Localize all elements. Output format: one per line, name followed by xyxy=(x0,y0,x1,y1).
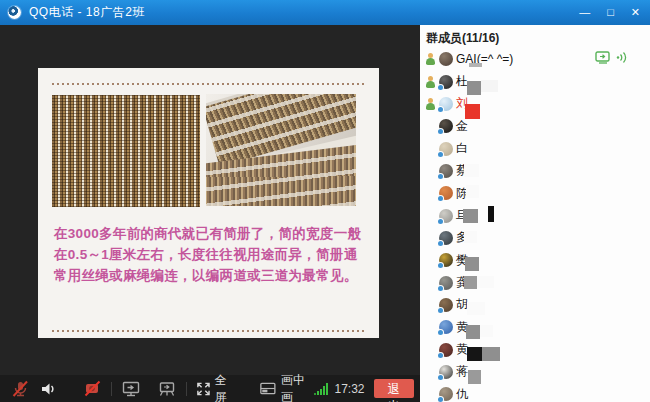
member-row[interactable]: 蔡 xyxy=(420,160,650,182)
member-row[interactable]: 金 xyxy=(420,115,650,137)
redaction-box xyxy=(468,370,481,384)
mobile-badge-icon xyxy=(438,241,443,246)
slide-divider-bottom xyxy=(52,330,367,332)
mobile-badge-icon xyxy=(438,286,443,291)
redaction-box xyxy=(482,347,500,361)
bamboo-book-photo xyxy=(206,94,356,206)
call-toolbar: 全屏 画中画 17:32 退出 xyxy=(0,375,420,402)
member-list: GAI(=^ ^=)杜刘金白蔡陈旦多樊龚胡黄黄蒋仇 xyxy=(420,48,650,402)
voice-active-icon xyxy=(424,75,437,89)
member-row[interactable]: 胡 xyxy=(420,294,650,316)
member-avatar xyxy=(439,97,453,111)
fullscreen-button[interactable]: 全屏 xyxy=(196,372,237,402)
member-row[interactable]: GAI(=^ ^=) xyxy=(420,48,650,70)
member-name: 仇 xyxy=(456,386,468,402)
sharing-indicators xyxy=(595,50,628,68)
mic-muted-icon[interactable] xyxy=(10,379,30,399)
redaction-box xyxy=(467,347,482,361)
member-row[interactable]: 龚 xyxy=(420,271,650,293)
exit-button[interactable]: 退出 xyxy=(374,379,415,398)
member-avatar xyxy=(439,231,453,245)
member-row[interactable]: 杜 xyxy=(420,70,650,92)
member-row[interactable]: 刘 xyxy=(420,93,650,115)
member-name: 白 xyxy=(456,140,468,157)
mobile-badge-icon xyxy=(438,219,443,224)
window-controls: — □ ✕ xyxy=(579,0,640,25)
redaction-box xyxy=(480,325,493,337)
redaction-box xyxy=(465,104,480,119)
titlebar: QQ电话 - 18广告2班 — □ ✕ xyxy=(0,0,650,25)
member-row[interactable]: 白 xyxy=(420,137,650,159)
redaction-box xyxy=(467,302,485,315)
shared-screen-area: 在3000多年前的商代就已有简册了，简的宽度一般在0.5～1厘米左右，长度往往视… xyxy=(0,25,420,402)
member-row[interactable]: 多 xyxy=(420,227,650,249)
redaction-box xyxy=(488,206,494,222)
presentation-slide: 在3000多年前的商代就已有简册了，简的宽度一般在0.5～1厘米左右，长度往往视… xyxy=(38,68,379,338)
member-row[interactable]: 黄 xyxy=(420,316,650,338)
member-row[interactable]: 仇 xyxy=(420,383,650,402)
mobile-badge-icon xyxy=(438,397,443,402)
redaction-box xyxy=(466,325,480,339)
window-title: QQ电话 - 18广告2班 xyxy=(29,4,145,21)
signal-strength-icon xyxy=(314,382,329,395)
redaction-box xyxy=(464,276,477,289)
toolbar-divider xyxy=(186,382,187,396)
mobile-badge-icon xyxy=(438,152,443,157)
member-row[interactable]: 蒋 xyxy=(420,361,650,383)
redaction-box xyxy=(464,164,479,177)
member-name: 金 xyxy=(456,118,468,135)
mobile-badge-icon xyxy=(438,107,443,112)
member-row[interactable]: 黄 xyxy=(420,338,650,360)
redaction-box xyxy=(477,276,494,288)
member-row[interactable]: 樊 xyxy=(420,249,650,271)
fullscreen-label: 全屏 xyxy=(215,372,237,402)
close-button[interactable]: ✕ xyxy=(631,7,640,18)
minimize-button[interactable]: — xyxy=(579,7,590,18)
mobile-badge-icon xyxy=(438,263,443,268)
whiteboard-share-icon[interactable] xyxy=(157,379,177,399)
member-row[interactable]: 旦 xyxy=(420,204,650,226)
speaker-icon[interactable] xyxy=(39,380,57,398)
call-timer: 17:32 xyxy=(334,382,364,396)
mobile-badge-icon xyxy=(438,174,443,179)
mobile-badge-icon xyxy=(438,85,443,90)
screen-share-icon[interactable] xyxy=(121,379,141,399)
member-row[interactable]: 陈 xyxy=(420,182,650,204)
redaction-box xyxy=(465,257,479,271)
member-avatar xyxy=(439,52,453,66)
member-avatar xyxy=(439,75,453,89)
redaction-box xyxy=(481,80,498,92)
screen-sharing-icon xyxy=(595,50,611,68)
mobile-badge-icon xyxy=(438,196,443,201)
member-avatar xyxy=(439,365,453,379)
bamboo-slips-photo xyxy=(52,95,200,207)
member-avatar xyxy=(439,186,453,200)
mobile-badge-icon xyxy=(438,353,443,358)
pip-button[interactable]: 画中画 xyxy=(259,372,314,402)
member-name: GAI(=^ ^=) xyxy=(456,52,513,66)
audio-on-icon xyxy=(616,50,628,68)
redaction-box xyxy=(469,63,482,67)
redaction-box xyxy=(464,231,477,243)
maximize-button[interactable]: □ xyxy=(607,7,614,18)
redaction-box xyxy=(463,209,478,223)
pip-label: 画中画 xyxy=(281,372,315,402)
qq-call-window: QQ电话 - 18广告2班 — □ ✕ 在3000多年前的商代就已有简册了，简的… xyxy=(0,0,650,402)
mobile-badge-icon xyxy=(438,375,443,380)
mobile-badge-icon xyxy=(438,308,443,313)
slide-text: 在3000多年前的商代就已有简册了，简的宽度一般在0.5～1厘米左右，长度往往视… xyxy=(54,223,366,286)
qq-video-call-icon xyxy=(8,6,21,19)
redaction-box xyxy=(467,81,481,95)
redaction-box xyxy=(466,185,479,198)
member-avatar xyxy=(439,387,453,401)
member-avatar xyxy=(439,164,453,178)
voice-active-icon xyxy=(424,97,437,111)
member-avatar xyxy=(439,253,453,267)
member-name: 蒋 xyxy=(456,363,468,380)
voice-active-icon xyxy=(424,52,437,66)
camera-off-icon[interactable] xyxy=(83,379,102,398)
member-avatar xyxy=(439,209,453,223)
member-avatar xyxy=(439,343,453,357)
member-avatar xyxy=(439,276,453,290)
mobile-badge-icon xyxy=(438,129,443,134)
